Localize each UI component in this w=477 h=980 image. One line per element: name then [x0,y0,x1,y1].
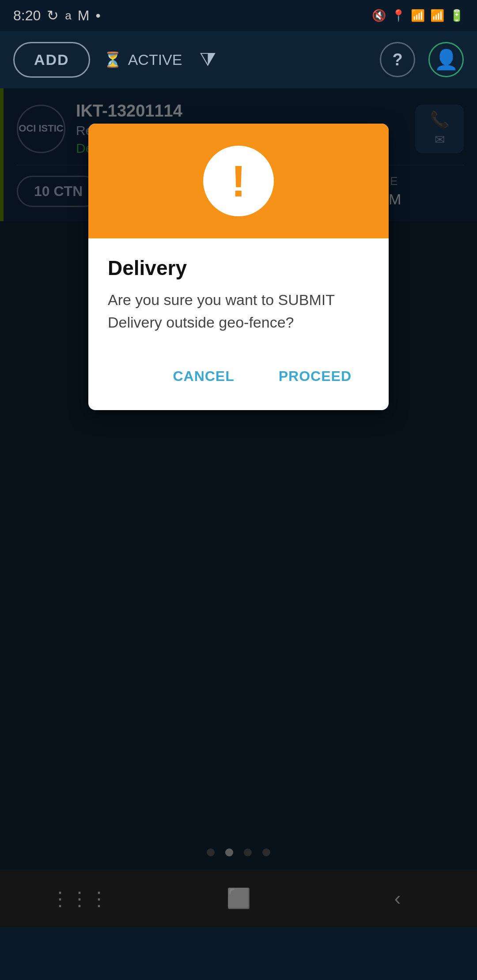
dialog-message: Are you sure you want to SUBMIT Delivery… [108,289,369,334]
hourglass-icon: ⏳ [103,51,122,68]
exclamation-icon: ! [231,159,246,203]
add-button[interactable]: ADD [13,42,90,78]
active-section: ⏳ ACTIVE [103,51,182,68]
dialog-actions: CANCEL PROCEED [88,347,389,410]
profile-icon: 👤 [434,48,458,71]
dialog-body: Delivery Are you sure you want to SUBMIT… [88,238,389,347]
dialog-header: ! [88,124,389,238]
help-button[interactable]: ? [380,42,415,77]
battery-icon: 🔋 [450,9,464,23]
help-icon: ? [392,50,402,69]
filter-icon[interactable]: ⧩ [200,49,216,71]
dialog-title: Delivery [108,256,369,280]
signal-icon: 📶 [430,9,444,23]
status-right: 🔇 📍 📶 📶 🔋 [372,9,464,23]
status-time: 8:20 [13,8,41,24]
confirm-dialog: ! Delivery Are you sure you want to SUBM… [88,124,389,410]
dot-icon: • [95,8,100,24]
active-label: ACTIVE [128,51,182,68]
toolbar: ADD ⏳ ACTIVE ⧩ ? 👤 [0,31,477,88]
mute-icon: 🔇 [372,9,386,23]
cancel-button[interactable]: CANCEL [155,360,252,392]
main-content: OCI ISTIC IKT-13201114 Ref# IKT114 Deliv… [0,88,477,927]
status-bar: 8:20 ↻ a M • 🔇 📍 📶 📶 🔋 [0,0,477,31]
proceed-button[interactable]: PROCEED [261,360,369,392]
gmail-icon: M [78,8,90,24]
wifi-icon: 📶 [411,9,425,23]
location-icon: 📍 [391,9,405,23]
amazon-icon: a [65,9,71,23]
status-left: 8:20 ↻ a M • [13,7,101,24]
sync-icon: ↻ [47,7,59,24]
profile-button[interactable]: 👤 [428,42,464,77]
dialog-overlay: ! Delivery Are you sure you want to SUBM… [0,88,477,927]
warning-icon-circle: ! [203,146,274,216]
